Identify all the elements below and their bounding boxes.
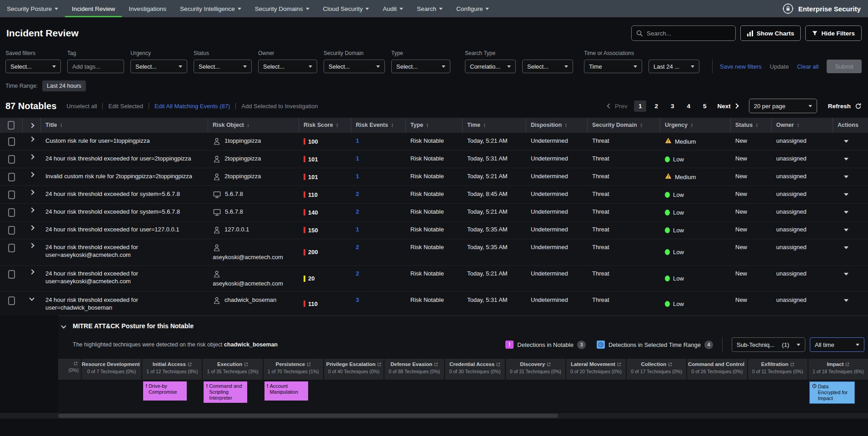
- row-checkbox[interactable]: [8, 137, 15, 146]
- row-actions-dropdown[interactable]: [844, 140, 848, 143]
- mitre-tactic-header[interactable]: Privilege Escalation 0 of 40 Techniques …: [324, 359, 384, 380]
- mitre-tactic-header[interactable]: Execution 1 of 35 Techniques (3%): [203, 359, 262, 380]
- page-4-button[interactable]: 4: [682, 100, 695, 112]
- mitre-tactic-header[interactable]: Impact 1 of 18 Techniques (6%): [808, 359, 868, 380]
- mitre-tactic-header[interactable]: Persistence 1 of 70 Techniques (1%): [264, 359, 323, 380]
- next-page-button[interactable]: Next: [717, 103, 738, 110]
- time-range-select[interactable]: Last 24 ...: [649, 60, 699, 73]
- row-checkbox[interactable]: [8, 190, 15, 199]
- row-checkbox[interactable]: [8, 244, 15, 252]
- col-header-owner[interactable]: Owner: [772, 118, 833, 133]
- expand-chevron[interactable]: [29, 269, 34, 274]
- mitre-technique-chip[interactable]: !Command and Scripting Interpreter: [204, 381, 247, 403]
- page-3-button[interactable]: 3: [666, 100, 679, 112]
- nav-item-investigations[interactable]: Investigations: [122, 0, 173, 17]
- mitre-tactic-header[interactable]: Lateral Movement 0 of 20 Techniques (0%): [566, 359, 626, 380]
- sort-icon[interactable]: [797, 121, 799, 129]
- col-header-risk-events[interactable]: Risk Events: [351, 118, 406, 133]
- col-header-status[interactable]: Status: [731, 118, 772, 133]
- mitre-tactic-header[interactable]: Resource Development 0 of 7 Techniques (…: [82, 359, 141, 380]
- mitre-tactic-header[interactable]: Defense Evasion 0 of 88 Techniques (0%): [384, 359, 444, 380]
- expand-chevron[interactable]: [29, 225, 34, 230]
- saved-filters-select[interactable]: Select...: [5, 60, 61, 73]
- edit-all-matching-link[interactable]: Edit All Matching Events (87): [155, 103, 230, 110]
- search-type-select[interactable]: Correlatio...: [465, 60, 516, 73]
- edit-selected-link[interactable]: Edit Selected: [108, 103, 143, 110]
- row-checkbox[interactable]: [8, 173, 15, 181]
- col-header-title[interactable]: Title: [41, 118, 208, 133]
- col-header-risk-object[interactable]: Risk Object: [208, 118, 299, 133]
- row-actions-dropdown[interactable]: [844, 211, 848, 214]
- sort-icon[interactable]: [60, 121, 62, 129]
- row-actions-dropdown[interactable]: [844, 158, 848, 160]
- sort-icon[interactable]: [336, 121, 339, 129]
- time-mode-select[interactable]: Time: [584, 60, 642, 73]
- page-1-button[interactable]: 1: [634, 100, 647, 112]
- tag-input[interactable]: [67, 60, 124, 73]
- time-window-select[interactable]: All time: [810, 337, 864, 352]
- row-actions-dropdown[interactable]: [844, 229, 848, 231]
- sort-icon[interactable]: [564, 121, 567, 129]
- sort-icon[interactable]: [755, 121, 758, 129]
- per-page-select[interactable]: 20 per page: [749, 99, 817, 113]
- mitre-technique-chip[interactable]: !Data Encrypted for Impact: [809, 381, 855, 404]
- mitre-technique-chip[interactable]: !Drive-by Compromise: [143, 381, 187, 401]
- collapse-chevron[interactable]: [61, 323, 66, 328]
- page-2-button[interactable]: 2: [650, 100, 663, 112]
- col-header-time[interactable]: Time: [463, 118, 526, 133]
- risk-events-link[interactable]: 1: [356, 137, 359, 144]
- expand-chevron[interactable]: [29, 136, 34, 141]
- mitre-tactic-header[interactable]: Credential Access 0 of 30 Techniques (0%…: [445, 359, 504, 380]
- nav-item-audit[interactable]: Audit: [376, 0, 410, 17]
- select-all-checkbox[interactable]: [8, 121, 15, 130]
- nav-item-security-domains[interactable]: Security Domains: [248, 0, 316, 17]
- prev-page-button[interactable]: Prev: [608, 103, 628, 110]
- col-header-disposition[interactable]: Disposition: [526, 118, 588, 133]
- submit-button[interactable]: Submit: [827, 60, 861, 73]
- mitre-tactic-header[interactable]: Discovery 0 of 31 Techniques (0%): [506, 359, 565, 380]
- sort-icon[interactable]: [690, 121, 693, 129]
- nav-item-incident-review[interactable]: Incident Review: [65, 0, 122, 17]
- expand-all-chevron[interactable]: [29, 123, 34, 128]
- urgency-select[interactable]: Select...: [130, 60, 187, 73]
- risk-events-link[interactable]: 3: [356, 296, 359, 303]
- nav-item-cloud-security[interactable]: Cloud Security: [316, 0, 376, 17]
- search-box[interactable]: [631, 25, 736, 41]
- mitre-tactic-header[interactable]: Initial Access 1 of 12 Techniques (8%): [142, 359, 202, 380]
- update-link[interactable]: Update: [770, 63, 789, 70]
- row-actions-dropdown[interactable]: [844, 193, 848, 196]
- row-actions-dropdown[interactable]: [844, 299, 848, 302]
- security-domain-select[interactable]: Select...: [324, 60, 385, 73]
- expand-chevron[interactable]: [29, 154, 34, 159]
- sort-icon[interactable]: [640, 121, 643, 129]
- expand-chevron[interactable]: [29, 207, 34, 212]
- col-header-security-domain[interactable]: Security Domain: [588, 118, 660, 133]
- sort-icon[interactable]: [426, 121, 429, 129]
- risk-events-link[interactable]: 1: [356, 226, 359, 233]
- mitre-tactic-header[interactable]: (0%): [58, 359, 81, 380]
- row-actions-dropdown[interactable]: [844, 175, 848, 178]
- row-checkbox[interactable]: [8, 208, 15, 217]
- sub-techniques-select[interactable]: Sub-Techniq...(1): [732, 337, 805, 352]
- search-input[interactable]: [647, 30, 724, 37]
- expand-chevron[interactable]: [29, 172, 34, 177]
- nav-item-search[interactable]: Search: [410, 0, 449, 17]
- row-checkbox[interactable]: [8, 155, 15, 164]
- expand-chevron[interactable]: [29, 296, 34, 301]
- mitre-technique-chip[interactable]: !Account Manipulation: [264, 381, 308, 401]
- risk-events-link[interactable]: 2: [356, 190, 359, 197]
- type-select[interactable]: Select...: [391, 60, 450, 73]
- row-checkbox[interactable]: [8, 270, 15, 279]
- page-5-button[interactable]: 5: [698, 100, 711, 112]
- mitre-tactic-header[interactable]: Exfiltration 0 of 11 Techniques (0%): [748, 359, 808, 380]
- risk-events-link[interactable]: 2: [356, 270, 359, 277]
- status-select[interactable]: Select...: [194, 60, 252, 73]
- nav-item-security-posture[interactable]: Security Posture: [0, 0, 65, 17]
- mitre-tactic-header[interactable]: Collection 0 of 17 Techniques (0%): [627, 359, 686, 380]
- owner-select[interactable]: Select...: [258, 60, 317, 73]
- save-new-filters-link[interactable]: Save new filters: [720, 63, 762, 70]
- sort-icon[interactable]: [247, 121, 249, 129]
- row-actions-dropdown[interactable]: [844, 273, 848, 276]
- unselect-all-link[interactable]: Unselect all: [66, 103, 97, 110]
- expand-chevron[interactable]: [29, 190, 34, 195]
